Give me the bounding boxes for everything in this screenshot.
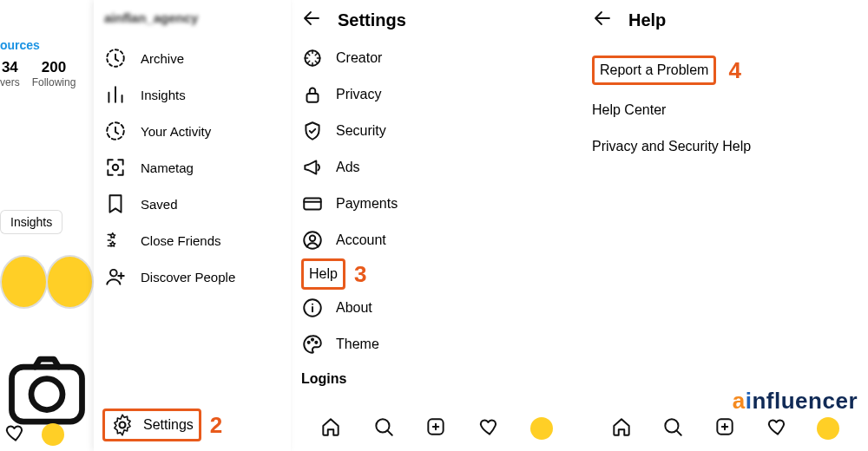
step-3-label: 3 [354,261,366,288]
logins-section: Logins [291,363,582,387]
page-title: Help [628,10,666,30]
svg-rect-0 [12,367,82,422]
settings-item-label: Help [309,266,338,282]
settings-item-theme[interactable]: Theme [301,326,571,363]
drawer-item-label: Nametag [141,160,194,175]
creator-icon [301,47,324,69]
watermark: ainfluencer [733,388,858,415]
help-item-label: Help Center [592,102,666,118]
new-post-icon[interactable] [713,415,736,441]
drawer-item-insights[interactable]: Insights [94,76,291,113]
settings-item-security[interactable]: Security [301,113,571,149]
settings-button[interactable]: Settings [102,409,201,441]
settings-item-account[interactable]: Account [301,222,571,258]
drawer-username: ainflan_agency [94,0,291,35]
shield-icon [301,120,324,142]
settings-item-label: Account [336,232,386,248]
settings-item-label: Payments [336,196,398,212]
settings-item-label: About [336,300,372,316]
settings-item-privacy[interactable]: Privacy [301,76,571,113]
svg-rect-8 [307,94,319,102]
drawer-item-discover[interactable]: Discover People [94,258,291,295]
discover-people-icon [104,265,127,288]
gear-icon [110,413,135,437]
activity-icon [104,120,127,142]
settings-item-label: Ads [336,160,360,175]
stat-following[interactable]: 200 Following [32,59,76,88]
svg-point-6 [120,422,126,428]
bottom-nav [582,411,868,446]
drawer-item-archive[interactable]: Archive [94,40,291,76]
back-icon[interactable] [592,8,613,32]
profile-tab-icon[interactable] [817,417,839,440]
theme-icon [301,333,324,356]
step-2-label: 2 [210,412,222,439]
search-icon[interactable] [661,415,684,441]
drawer-item-saved[interactable]: Saved [94,186,291,222]
settings-item-label: Security [336,123,386,139]
help-item-report[interactable]: Report a Problem [592,56,716,85]
megaphone-icon [301,156,324,179]
archive-icon [104,47,127,69]
story-highlight[interactable] [46,255,94,309]
svg-point-11 [310,236,316,242]
svg-rect-9 [304,199,321,210]
home-icon[interactable] [319,415,342,441]
drawer-item-label: Discover People [141,270,235,284]
account-icon [301,229,324,252]
settings-item-label: Privacy [336,87,381,102]
bottom-nav [291,411,582,446]
drawer-item-label: Saved [141,197,178,212]
help-item-help-center[interactable]: Help Center [592,92,858,128]
settings-item-payments[interactable]: Payments [301,186,571,222]
nametag-icon [104,156,127,179]
insights-button[interactable]: Insights [0,210,62,234]
help-item-privacy-help[interactable]: Privacy and Security Help [592,128,858,165]
settings-item-ads[interactable]: Ads [301,149,571,186]
stat-followers[interactable]: 34 vers [0,59,20,88]
new-post-icon[interactable] [424,415,447,441]
lock-icon [301,83,324,106]
settings-item-about[interactable]: About [301,290,571,326]
back-icon[interactable] [301,8,322,32]
profile-left-strip: ources 34 vers 200 Following Insights [0,0,94,451]
help-item-label: Report a Problem [600,62,708,78]
svg-point-5 [110,270,117,277]
close-friends-icon [104,229,127,252]
home-icon[interactable] [610,415,633,441]
drawer-item-close-friends[interactable]: Close Friends [94,222,291,258]
profile-tab-icon[interactable] [530,417,553,440]
story-highlight[interactable] [0,255,48,309]
activity-heart-icon[interactable] [766,415,788,441]
svg-point-4 [113,165,119,171]
drawer-item-nametag[interactable]: Nametag [94,149,291,186]
insights-icon [104,83,127,106]
drawer-item-label: Insights [141,88,186,102]
settings-item-help[interactable]: Help [301,258,345,290]
panel-settings: Settings Creator Privacy Security Ads Pa… [291,0,582,451]
drawer-item-label: Your Activity [141,124,211,139]
profile-drawer: ainflan_agency Archive Insights Your Act… [94,0,291,451]
help-item-label: Privacy and Security Help [592,139,751,154]
saved-icon [104,193,127,215]
settings-item-label: Theme [336,337,379,352]
drawer-item-label: Archive [141,51,184,66]
svg-point-1 [31,379,62,410]
step-4-label: 4 [728,57,740,84]
page-title: Settings [338,10,406,30]
panel-help: Help Report a Problem 4 Help Center Priv… [582,0,868,451]
panel-profile: ources 34 vers 200 Following Insights [0,0,291,451]
svg-point-14 [308,342,310,343]
settings-item-label: Creator [336,50,382,66]
activity-heart-icon[interactable] [477,415,500,441]
sources-tab[interactable]: ources [0,38,94,52]
drawer-item-activity[interactable]: Your Activity [94,113,291,149]
drawer-item-label: Close Friends [141,233,221,248]
info-icon [301,297,324,319]
settings-item-creator[interactable]: Creator [301,40,571,76]
svg-point-15 [312,339,313,341]
profile-tab-icon[interactable] [42,423,64,446]
card-icon [301,193,324,215]
heart-icon[interactable] [3,422,26,448]
search-icon[interactable] [372,415,395,441]
